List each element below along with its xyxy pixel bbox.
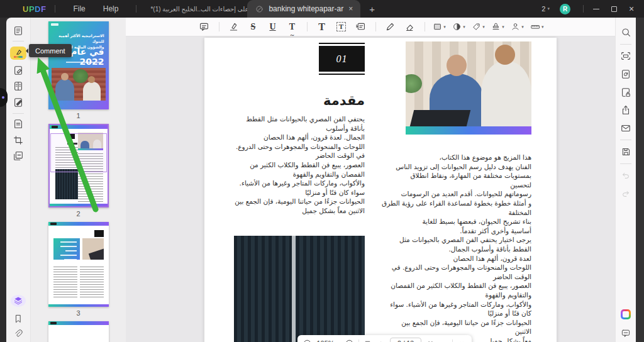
previous-page-button[interactable] — [376, 338, 386, 342]
tab-close-icon[interactable]: × — [348, 4, 353, 13]
device-count: 2 — [541, 5, 545, 13]
title-bar: UPDF File Help *نظرة على إحصاءات الب..ال… — [0, 0, 644, 18]
divider — [425, 22, 425, 31]
cloud-off-icon — [255, 4, 264, 13]
tab-inactive-arabic-doc[interactable]: *نظرة على إحصاءات الب..الخليج العربية (1… — [150, 6, 232, 13]
strikethrough-icon[interactable]: S — [247, 21, 260, 33]
divider — [13, 41, 24, 41]
protect-icon[interactable] — [618, 85, 633, 99]
ocr-page-icon[interactable] — [11, 118, 26, 130]
page-number-input[interactable]: 2 / 13 — [390, 338, 422, 342]
avatar[interactable]: R — [560, 4, 570, 14]
skyscraper-photo — [234, 236, 365, 342]
mini-text-column — [53, 265, 77, 297]
signature-dropdown[interactable]: ▾ — [511, 21, 525, 33]
stamp-dropdown[interactable]: ▾ — [491, 21, 505, 33]
highlighter-icon[interactable] — [227, 21, 241, 33]
chevron-down-icon: ▾ — [482, 25, 485, 30]
search-icon[interactable] — [618, 25, 633, 40]
tab-label: banking whitepapar-ar — [269, 4, 343, 13]
sticky-note-icon[interactable] — [197, 21, 211, 33]
fill-sign-icon[interactable] — [11, 96, 26, 108]
titlebar-right: 2 ▾ R × — [541, 0, 644, 18]
share-icon[interactable] — [618, 103, 633, 118]
chevron-down-icon: ▾ — [541, 25, 544, 30]
tab-active-banking-whitepaper[interactable]: banking whitepapar-ar × — [247, 0, 360, 18]
text-box-icon[interactable]: T — [335, 21, 348, 33]
next-page-button[interactable] — [425, 338, 435, 342]
layers-icon[interactable] — [11, 295, 26, 307]
organize-pages-icon[interactable] — [11, 80, 26, 92]
mini-text-column — [80, 265, 104, 297]
thumbnail-label: 2 — [76, 210, 80, 218]
convert-icon[interactable] — [618, 67, 633, 81]
thumbnail-page-3[interactable] — [48, 222, 109, 307]
minimize-button[interactable] — [587, 0, 605, 18]
redo-icon — [618, 187, 633, 201]
chapter-number-badge: 01 — [319, 43, 365, 75]
divider — [620, 44, 631, 45]
panel-collapse-handle[interactable] — [0, 88, 8, 107]
squiggly-underline-icon[interactable]: T~ — [286, 21, 299, 33]
restore-button[interactable] — [605, 0, 623, 18]
eraser-icon[interactable] — [403, 21, 417, 33]
ai-assistant-icon[interactable] — [618, 307, 633, 321]
go-last-page-button[interactable] — [439, 338, 449, 342]
thumbnail-page-2-selected[interactable] — [48, 124, 109, 207]
menu-file[interactable]: File — [64, 4, 94, 13]
updf-window: UPDF File Help *نظرة على إحصاءات الب..ال… — [0, 0, 644, 342]
document-viewport[interactable]: 01 مقدمة يحتفي الفن المصري بالحيوانات مث… — [126, 36, 615, 342]
cover-logo-chip — [51, 23, 58, 26]
save-icon[interactable] — [618, 145, 633, 159]
export-pages-icon[interactable] — [11, 150, 26, 162]
divider — [620, 140, 631, 140]
feedback-icon[interactable] — [618, 326, 633, 340]
chevron-down-icon: ▾ — [463, 25, 465, 30]
chevron-down-icon: ▾ — [547, 6, 550, 11]
cover-subtitle-line — [66, 62, 103, 63]
crop-pages-icon[interactable] — [11, 134, 26, 146]
thumbnail-page-1[interactable]: الاستراتيجية الأكثر أهمية للبنوك والشؤون… — [48, 21, 109, 109]
left-sidebar — [6, 18, 30, 342]
new-tab-button[interactable]: + — [369, 4, 375, 14]
device-count-dropdown[interactable]: 2 ▾ — [541, 5, 550, 13]
measure-dropdown[interactable]: ▾ — [530, 21, 544, 33]
text-callout-icon[interactable] — [354, 21, 368, 33]
add-text-icon[interactable]: T — [315, 21, 329, 33]
shapes-dropdown[interactable]: ▾ — [433, 21, 447, 33]
underline-icon[interactable]: U — [266, 21, 280, 33]
email-icon[interactable] — [618, 121, 633, 136]
body-text-left-column: يحتفي الفن المصري بالحيوانات مثل القطط ب… — [233, 114, 365, 216]
thumbnail-page-4[interactable] — [48, 321, 109, 342]
divider — [307, 22, 308, 31]
fill-color-dropdown[interactable]: ▾ — [452, 21, 466, 33]
window-edge-right — [636, 18, 644, 342]
pencil-icon[interactable] — [384, 21, 397, 33]
page-navigation-bar: 105% ▾ 2 / 13 — [297, 335, 472, 342]
reader-mode-icon[interactable] — [11, 25, 26, 36]
mini-building-photo — [55, 169, 78, 199]
rainbow-underline — [14, 56, 23, 58]
divider — [375, 22, 376, 31]
divider — [13, 113, 24, 114]
mini-hands-photo — [82, 238, 104, 260]
bookmark-icon[interactable] — [11, 312, 26, 324]
menu-help[interactable]: Help — [94, 4, 128, 13]
thumbnail-label: 1 — [76, 112, 80, 119]
cover-photo — [52, 68, 106, 101]
zoom-in-button[interactable] — [345, 338, 355, 342]
annotation-toolbar: S U T~ T T ▾ — [126, 18, 615, 36]
divider — [55, 5, 55, 13]
edit-pdf-icon[interactable] — [11, 64, 26, 76]
go-first-page-button[interactable] — [363, 338, 373, 342]
comment-tool-button[interactable] — [10, 47, 26, 60]
ocr-icon[interactable] — [618, 49, 633, 63]
attachment-icon[interactable] — [11, 328, 26, 340]
close-window-button[interactable]: × — [623, 0, 640, 18]
zoom-out-button[interactable] — [303, 338, 313, 342]
divider — [219, 22, 219, 31]
divider — [358, 339, 359, 342]
tag-link-dropdown[interactable]: ▾ — [472, 21, 486, 33]
close-bar-button[interactable]: × — [457, 338, 467, 342]
viewport-indicator[interactable] — [50, 133, 107, 172]
